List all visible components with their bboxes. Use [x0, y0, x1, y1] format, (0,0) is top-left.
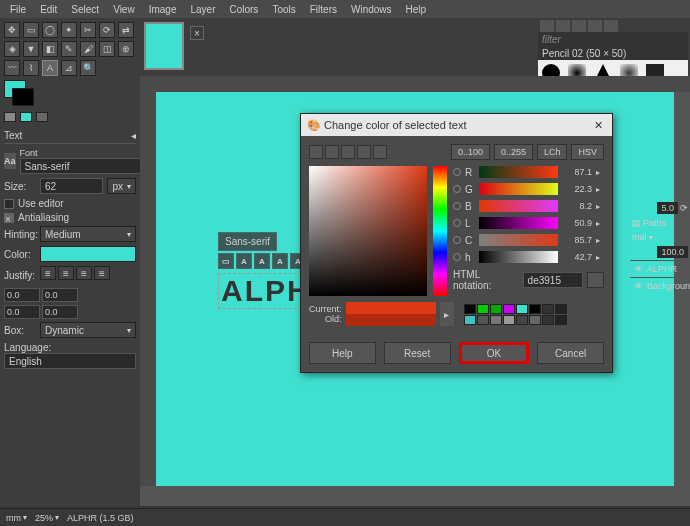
picker-mode-icon[interactable]	[373, 145, 387, 159]
justify-right-icon[interactable]: ≡	[58, 266, 74, 280]
tool-preset-icon[interactable]	[36, 112, 48, 122]
value-c[interactable]: 85.7	[562, 235, 592, 245]
tool-text-icon[interactable]: A	[42, 60, 58, 76]
color-history-palette[interactable]	[464, 304, 574, 325]
scale-0-100-button[interactable]: 0..100	[451, 144, 490, 160]
tool-clone-icon[interactable]: ⊛	[118, 41, 134, 57]
ruler-horizontal[interactable]	[140, 76, 690, 92]
menu-file[interactable]: File	[4, 2, 32, 17]
panel-menu-icon[interactable]: ◂	[131, 130, 136, 141]
dock-tab-icon[interactable]	[604, 20, 618, 32]
tool-move-icon[interactable]: ✥	[4, 22, 20, 38]
tool-path-icon[interactable]: ⌇	[23, 60, 39, 76]
tool-eraser-icon[interactable]: ◫	[99, 41, 115, 57]
filter-input[interactable]: filter	[542, 34, 561, 45]
picker-mode-icon[interactable]	[309, 145, 323, 159]
indent-input[interactable]: 0.0	[4, 288, 40, 302]
palette-swatch[interactable]	[490, 304, 502, 314]
tool-measure-icon[interactable]: ⊿	[61, 60, 77, 76]
menu-help[interactable]: Help	[400, 2, 433, 17]
palette-swatch[interactable]	[516, 315, 528, 325]
menu-select[interactable]: Select	[65, 2, 105, 17]
menu-edit[interactable]: Edit	[34, 2, 63, 17]
menu-image[interactable]: Image	[143, 2, 183, 17]
palette-swatch[interactable]	[542, 304, 554, 314]
tool-smudge-icon[interactable]: 〰	[4, 60, 20, 76]
antialiasing-checkbox[interactable]: ×	[4, 213, 14, 223]
eyedropper-icon[interactable]	[587, 272, 604, 288]
tool-bucket-icon[interactable]: ▼	[23, 41, 39, 57]
size-input[interactable]	[40, 178, 103, 194]
tool-pencil-icon[interactable]: ✎	[61, 41, 77, 57]
opacity-value[interactable]: 100.0	[657, 246, 688, 258]
channel-radio-b[interactable]	[453, 202, 461, 210]
reset-button[interactable]: Reset	[384, 342, 451, 364]
spinner-icon[interactable]: ▸	[596, 168, 604, 177]
paths-tab[interactable]: ▤	[632, 218, 641, 228]
spinner-icon[interactable]: ▸	[596, 236, 604, 245]
slider-b[interactable]	[479, 200, 558, 212]
slider-r[interactable]	[479, 166, 558, 178]
channel-radio-r[interactable]	[453, 168, 461, 176]
layer-background[interactable]: 👁 Background	[630, 277, 690, 294]
help-button[interactable]: Help	[309, 342, 376, 364]
palette-expand-icon[interactable]: ▸	[440, 302, 454, 326]
palette-swatch[interactable]	[477, 315, 489, 325]
layer-text[interactable]: 👁 ALPHR	[630, 260, 690, 277]
dock-tab-icon[interactable]	[540, 20, 554, 32]
cancel-button[interactable]: Cancel	[537, 342, 604, 364]
tool-rotate-icon[interactable]: ⟳	[99, 22, 115, 38]
channel-radio-g[interactable]	[453, 185, 461, 193]
spinner-icon[interactable]: ▸	[596, 253, 604, 262]
line-spacing-input[interactable]: 0.0	[42, 288, 78, 302]
close-icon[interactable]: ✕	[590, 117, 606, 133]
palette-swatch[interactable]	[555, 304, 567, 314]
justify-left-icon[interactable]: ≡	[40, 266, 56, 280]
menu-windows[interactable]: Windows	[345, 2, 398, 17]
box-dropdown[interactable]: Dynamic▾	[40, 322, 136, 338]
palette-swatch[interactable]	[555, 315, 567, 325]
refresh-icon[interactable]: ⟳	[680, 203, 688, 213]
hue-strip[interactable]	[433, 166, 447, 296]
slider-h[interactable]	[479, 251, 558, 263]
value-r[interactable]: 87.1	[562, 167, 592, 177]
palette-swatch[interactable]	[503, 304, 515, 314]
tool-preset-icon[interactable]	[20, 112, 32, 122]
text-italic-btn[interactable]: A	[254, 253, 270, 269]
palette-swatch[interactable]	[529, 304, 541, 314]
spacing-value[interactable]: 5.0	[657, 202, 678, 214]
value-b[interactable]: 8.2	[562, 201, 592, 211]
tool-crop-icon[interactable]: ✂	[80, 22, 96, 38]
text-underline-btn[interactable]: A	[272, 253, 288, 269]
tool-wand-icon[interactable]: ✦	[61, 22, 77, 38]
spinner-icon[interactable]: ▸	[596, 219, 604, 228]
channel-radio-c[interactable]	[453, 236, 461, 244]
saturation-value-picker[interactable]	[309, 166, 427, 296]
value-h[interactable]: 42.7	[562, 252, 592, 262]
palette-swatch[interactable]	[503, 315, 515, 325]
scale-0-255-button[interactable]: 0..255	[494, 144, 533, 160]
old-color-swatch[interactable]	[346, 314, 436, 326]
tool-flip-icon[interactable]: ⇄	[118, 22, 134, 38]
palette-swatch[interactable]	[477, 304, 489, 314]
value-l[interactable]: 50.9	[562, 218, 592, 228]
palette-swatch[interactable]	[464, 304, 476, 314]
unit-dropdown[interactable]: mm	[6, 513, 21, 523]
chevron-down-icon[interactable]: ▾	[649, 233, 653, 242]
tool-gradient-icon[interactable]: ◧	[42, 41, 58, 57]
ok-button[interactable]: OK	[459, 342, 530, 364]
dock-tab-icon[interactable]	[572, 20, 586, 32]
text-bold-btn[interactable]: A	[236, 253, 252, 269]
justify-center-icon[interactable]: ≡	[76, 266, 92, 280]
spinner-icon[interactable]: ▸	[596, 202, 604, 211]
html-notation-input[interactable]	[523, 272, 583, 288]
menu-tools[interactable]: Tools	[266, 2, 301, 17]
language-input[interactable]	[4, 353, 136, 369]
dock-tab-icon[interactable]	[556, 20, 570, 32]
value-g[interactable]: 22.3	[562, 184, 592, 194]
picker-mode-icon[interactable]	[325, 145, 339, 159]
tool-warp-icon[interactable]: ◈	[4, 41, 20, 57]
palette-swatch[interactable]	[516, 304, 528, 314]
ruler-vertical[interactable]	[140, 92, 156, 486]
dock-tab-icon[interactable]	[588, 20, 602, 32]
